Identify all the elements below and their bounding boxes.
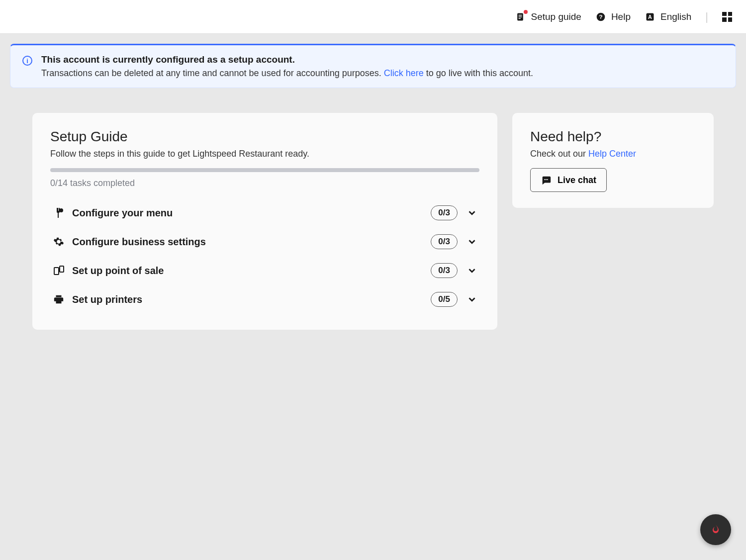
- chevron-down-icon: [466, 236, 477, 247]
- task-count-badge: 0/3: [431, 234, 458, 249]
- setup-guide-title: Setup Guide: [50, 129, 479, 145]
- printer-icon: [52, 293, 65, 306]
- svg-text:A: A: [648, 14, 652, 20]
- task-count-badge: 0/5: [431, 292, 458, 307]
- flame-icon: [710, 524, 722, 536]
- task-point-of-sale[interactable]: Set up point of sale 0/3: [50, 256, 479, 285]
- flame-fab[interactable]: [700, 514, 731, 545]
- task-label: Configure business settings: [72, 236, 431, 248]
- svg-point-12: [546, 179, 547, 180]
- chevron-down-icon: [466, 294, 477, 305]
- help-center-link[interactable]: Help Center: [588, 149, 636, 159]
- language-switcher[interactable]: A English: [645, 11, 691, 22]
- svg-text:?: ?: [599, 13, 602, 20]
- alert-text-before: Transactions can be deleted at any time …: [41, 68, 384, 78]
- svg-rect-2: [519, 16, 522, 17]
- clipboard-icon: [515, 11, 526, 22]
- chat-icon: [541, 175, 552, 186]
- setup-guide-label: Setup guide: [531, 11, 581, 22]
- progress-bar: [50, 168, 479, 172]
- task-count-badge: 0/3: [431, 205, 458, 220]
- setup-guide-card: Setup Guide Follow the steps in this gui…: [32, 113, 497, 330]
- svg-point-11: [544, 179, 545, 180]
- svg-rect-9: [54, 268, 59, 275]
- language-label: English: [660, 11, 691, 22]
- page-content: i This account is currently configured a…: [0, 34, 746, 340]
- alert-text-after: to go live with this account.: [424, 68, 533, 78]
- task-configure-menu[interactable]: Configure your menu 0/3: [50, 198, 479, 227]
- setup-account-alert: i This account is currently configured a…: [10, 44, 736, 88]
- top-navigation: Setup guide ? Help A English |: [0, 0, 746, 34]
- help-icon: ?: [595, 11, 606, 22]
- gear-icon: [52, 235, 65, 248]
- svg-point-13: [547, 179, 548, 180]
- help-text-before: Check out our: [530, 149, 588, 159]
- help-link[interactable]: ? Help: [595, 11, 631, 22]
- task-count-badge: 0/3: [431, 263, 458, 278]
- task-printers[interactable]: Set up printers 0/5: [50, 285, 479, 314]
- alert-text: Transactions can be deleted at any time …: [41, 68, 533, 79]
- progress-text: 0/14 tasks completed: [50, 178, 479, 188]
- live-chat-label: Live chat: [558, 175, 596, 186]
- chevron-down-icon: [466, 265, 477, 276]
- restaurant-icon: [52, 206, 65, 219]
- need-help-card: Need help? Check out our Help Center Liv…: [512, 113, 714, 208]
- task-business-settings[interactable]: Configure business settings 0/3: [50, 227, 479, 256]
- live-chat-button[interactable]: Live chat: [530, 168, 607, 192]
- alert-title: This account is currently configured as …: [41, 54, 533, 65]
- divider: |: [705, 10, 708, 23]
- svg-rect-1: [519, 14, 522, 15]
- setup-guide-subtitle: Follow the steps in this guide to get Li…: [50, 149, 479, 159]
- task-label: Set up point of sale: [72, 265, 431, 277]
- task-label: Set up printers: [72, 294, 431, 305]
- setup-guide-link[interactable]: Setup guide: [515, 11, 581, 22]
- info-icon: i: [22, 56, 32, 66]
- help-label: Help: [611, 11, 631, 22]
- language-icon: A: [645, 11, 655, 22]
- apps-grid-icon: [722, 12, 732, 22]
- devices-icon: [52, 264, 65, 277]
- go-live-link[interactable]: Click here: [384, 68, 424, 78]
- task-label: Configure your menu: [72, 207, 431, 219]
- apps-button[interactable]: [722, 12, 732, 22]
- svg-point-8: [59, 208, 63, 212]
- chevron-down-icon: [466, 207, 477, 218]
- need-help-title: Need help?: [530, 129, 696, 145]
- need-help-text: Check out our Help Center: [530, 149, 696, 159]
- svg-rect-10: [60, 266, 64, 272]
- svg-rect-3: [519, 18, 521, 19]
